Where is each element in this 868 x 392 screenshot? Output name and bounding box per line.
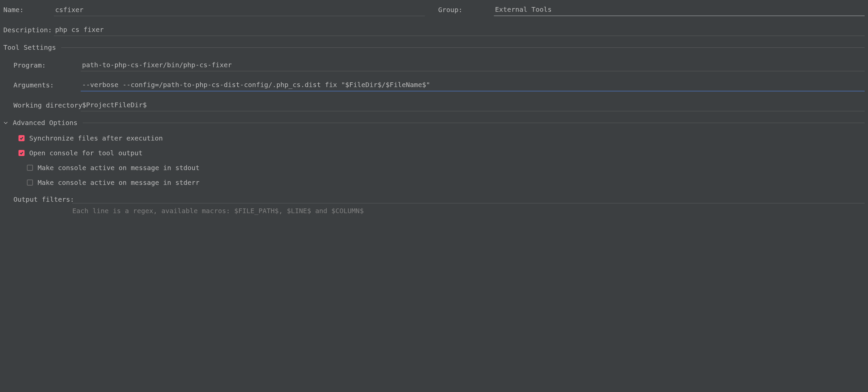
stdout-active-label: Make console active on message in stdout bbox=[38, 164, 200, 172]
stderr-active-label: Make console active on message in stderr bbox=[38, 179, 200, 187]
stdout-active-checkbox[interactable] bbox=[27, 165, 33, 171]
description-label: Description: bbox=[3, 26, 54, 34]
advanced-options-toggle[interactable]: Advanced Options bbox=[3, 119, 865, 127]
output-filters-label: Output filters: bbox=[13, 193, 72, 203]
tool-settings-header: Tool Settings bbox=[3, 43, 865, 52]
program-label: Program: bbox=[13, 61, 81, 69]
sync-files-label: Synchronize files after execution bbox=[29, 134, 163, 142]
description-input[interactable] bbox=[54, 24, 865, 36]
open-console-label: Open console for tool output bbox=[29, 149, 143, 157]
arguments-input[interactable] bbox=[81, 79, 865, 91]
divider bbox=[61, 48, 865, 48]
program-input[interactable] bbox=[81, 59, 865, 71]
group-input[interactable] bbox=[494, 3, 865, 16]
name-input[interactable] bbox=[54, 4, 425, 16]
working-directory-input[interactable] bbox=[81, 99, 865, 111]
stderr-active-checkbox[interactable] bbox=[27, 180, 33, 186]
name-label: Name: bbox=[3, 6, 54, 14]
working-directory-label: Working directory: bbox=[13, 101, 81, 109]
open-console-checkbox[interactable] bbox=[19, 150, 25, 156]
output-filters-input[interactable] bbox=[72, 193, 865, 203]
tool-settings-title: Tool Settings bbox=[3, 43, 56, 52]
arguments-label: Arguments: bbox=[13, 81, 81, 89]
sync-files-checkbox[interactable] bbox=[19, 135, 25, 141]
chevron-down-icon bbox=[3, 119, 9, 127]
group-label: Group: bbox=[438, 6, 489, 14]
advanced-options-title: Advanced Options bbox=[13, 119, 78, 127]
output-filters-hint: Each line is a regex, available macros: … bbox=[72, 207, 865, 215]
divider bbox=[83, 123, 865, 123]
